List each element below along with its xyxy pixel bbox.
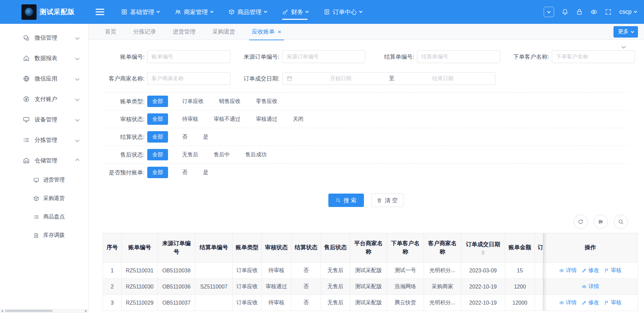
aftersale-status-all-button[interactable]: 全部 xyxy=(147,149,168,160)
tab-home[interactable]: 首页 xyxy=(102,24,119,40)
nav-merchant-management[interactable]: 商家管理 xyxy=(175,0,213,24)
bill-type-all-button[interactable]: 全部 xyxy=(147,96,168,107)
audit-status-option[interactable]: 审核不通过 xyxy=(214,116,240,123)
chevron-down-icon xyxy=(631,30,634,33)
search-button[interactable]: 搜 索 xyxy=(328,194,364,207)
sidebar-item-sorting[interactable]: 分拣管理 xyxy=(0,130,88,150)
lock-button[interactable] xyxy=(576,8,583,15)
trash-icon xyxy=(377,198,382,203)
radio-row-label: 审核状态: xyxy=(103,115,145,123)
tab-sorting-records[interactable]: 分拣记录 xyxy=(130,24,159,40)
start-date-placeholder[interactable]: 开始日期 xyxy=(292,75,389,82)
aftersale-status-option[interactable]: 售后成功 xyxy=(245,151,267,158)
sidebar-item-data-report[interactable]: 数据报表 xyxy=(0,48,88,68)
sidebar-item-warehouse[interactable]: 仓储管理 xyxy=(0,150,88,171)
sort-desc-icon[interactable] xyxy=(481,253,485,255)
aftersale-status-option[interactable]: 无售后 xyxy=(182,151,198,158)
audit-link[interactable]: 审核 xyxy=(604,267,622,274)
sidebar-subitem-inventory-check[interactable]: 商品盘点 xyxy=(0,208,88,226)
settle-status-all-button[interactable]: 全部 xyxy=(147,131,168,143)
detail-link[interactable]: 详情 xyxy=(559,267,577,274)
nav-finance[interactable]: 财务 xyxy=(282,0,308,24)
bills-table: 序号 账单编号 来源订单编号 结算单编号 账单类型 审核状态 结算状态 售后状态… xyxy=(103,233,638,311)
refresh-button[interactable] xyxy=(574,215,588,229)
settle-status-option[interactable]: 否 xyxy=(182,134,187,141)
audit-status-all-button[interactable]: 全部 xyxy=(147,113,168,125)
sidebar-subitem-purchase-in[interactable]: 进货管理 xyxy=(0,171,88,189)
bill-type-option[interactable]: 零售应收 xyxy=(256,98,277,105)
sidebar-toggle-button[interactable] xyxy=(96,9,104,15)
bill-type-option[interactable]: 订单应收 xyxy=(182,98,204,105)
customer-merchant-input[interactable] xyxy=(147,72,230,85)
table-cell: OB5110036 xyxy=(158,279,195,295)
table-cell: RZ5110030 xyxy=(122,279,158,295)
table-row: 2 RZ5110030 OB5110036 SZ5110007 订单应收 审核通… xyxy=(103,279,638,295)
clear-button[interactable]: 清 空 xyxy=(371,194,404,207)
prepaid-option[interactable]: 否 xyxy=(182,169,187,176)
col-actions: 操作 xyxy=(543,233,638,263)
scroll-right-icon[interactable] xyxy=(85,310,87,312)
collapse-filter-icon[interactable] xyxy=(622,44,625,49)
sort-icons[interactable] xyxy=(481,250,485,255)
radio-row-settle-status: 结算状态: 全部 否 是 xyxy=(103,128,629,146)
tab-receivable-bills[interactable]: 应收账单 × xyxy=(249,24,284,40)
settle-status-option[interactable]: 是 xyxy=(203,134,208,141)
scrollbar-track[interactable] xyxy=(4,309,84,312)
field-settlement-no: 结算单编号: xyxy=(372,50,507,63)
fullscreen-button[interactable] xyxy=(605,8,612,15)
detail-link[interactable]: 详情 xyxy=(559,299,577,306)
sort-asc-icon[interactable] xyxy=(481,250,485,252)
sidebar-item-wechat-app[interactable]: 微信应用 xyxy=(0,68,88,89)
end-date-placeholder[interactable]: 结束日期 xyxy=(394,75,491,82)
purchase-in-icon xyxy=(33,177,39,183)
chevron-down-icon xyxy=(75,36,79,40)
chevron-down-icon xyxy=(359,10,363,13)
aftersale-status-option[interactable]: 售后中 xyxy=(214,151,230,158)
tab-purchase-in[interactable]: 进货管理 xyxy=(170,24,198,40)
column-settings-button[interactable] xyxy=(594,215,608,229)
nav-product-management[interactable]: 商品管理 xyxy=(228,0,267,24)
notification-button[interactable] xyxy=(561,8,569,15)
audit-link[interactable]: 审核 xyxy=(604,299,622,306)
audit-status-option[interactable]: 关闭 xyxy=(293,116,304,123)
close-icon[interactable]: × xyxy=(278,29,281,35)
field-customer-merchant-name: 客户商家名称: xyxy=(103,72,237,85)
sidebar-subitem-stock-transfer[interactable]: 库存调拨 xyxy=(0,226,88,245)
more-button[interactable]: 更多 xyxy=(613,26,638,38)
tab-purchase-return[interactable]: 采购退货 xyxy=(210,24,238,40)
user-menu[interactable]: cscp xyxy=(619,8,637,15)
nav-base-management[interactable]: 基础管理 xyxy=(121,0,159,24)
bill-type-option[interactable]: 销售应收 xyxy=(219,98,240,105)
table-cell: 腾云快货 xyxy=(387,295,424,311)
source-order-no-input[interactable] xyxy=(282,50,365,63)
date-range-picker[interactable]: 开始日期 至 结束日期 xyxy=(282,72,495,85)
edit-link[interactable]: 修改 xyxy=(582,299,599,306)
settlement-no-input[interactable] xyxy=(417,50,500,63)
sidebar-subitem-label: 采购退货 xyxy=(43,195,65,202)
prepaid-option[interactable]: 是 xyxy=(203,169,208,176)
table-cell: 光明积分... xyxy=(424,295,461,311)
sidebar-item-payment-account[interactable]: 支付账户 xyxy=(0,89,88,109)
preview-button[interactable] xyxy=(590,8,597,15)
scroll-left-icon[interactable] xyxy=(1,310,3,312)
sidebar-scrollbar[interactable] xyxy=(0,309,88,313)
sidebar-subitem-purchase-return[interactable]: 采购退货 xyxy=(0,189,88,208)
sliders-icon xyxy=(598,219,604,225)
audit-status-option[interactable]: 审核通过 xyxy=(256,116,277,123)
edit-link[interactable]: 修改 xyxy=(582,267,599,274)
base-management-icon xyxy=(121,9,127,15)
product-icon xyxy=(228,9,235,15)
nav-order-center[interactable]: 订单中心 xyxy=(324,0,362,24)
detail-link[interactable]: 详情 xyxy=(582,283,599,290)
prepaid-all-button[interactable]: 全部 xyxy=(147,167,168,178)
header-select[interactable] xyxy=(544,7,554,17)
sidebar-item-wechat[interactable]: 微信管理 xyxy=(0,28,88,48)
table-search-button[interactable] xyxy=(614,215,628,229)
customer-name-input[interactable] xyxy=(552,50,635,63)
radio-row-audit-status: 审核状态: 全部 待审核 审核不通过 审核通过 关闭 xyxy=(103,110,629,128)
scrollbar-thumb[interactable] xyxy=(5,310,53,312)
audit-status-option[interactable]: 待审核 xyxy=(182,116,198,123)
sidebar-item-device[interactable]: 设备管理 xyxy=(0,109,88,130)
table-cell: 浩瀚网络 xyxy=(387,279,424,295)
bill-no-input[interactable] xyxy=(147,50,230,63)
